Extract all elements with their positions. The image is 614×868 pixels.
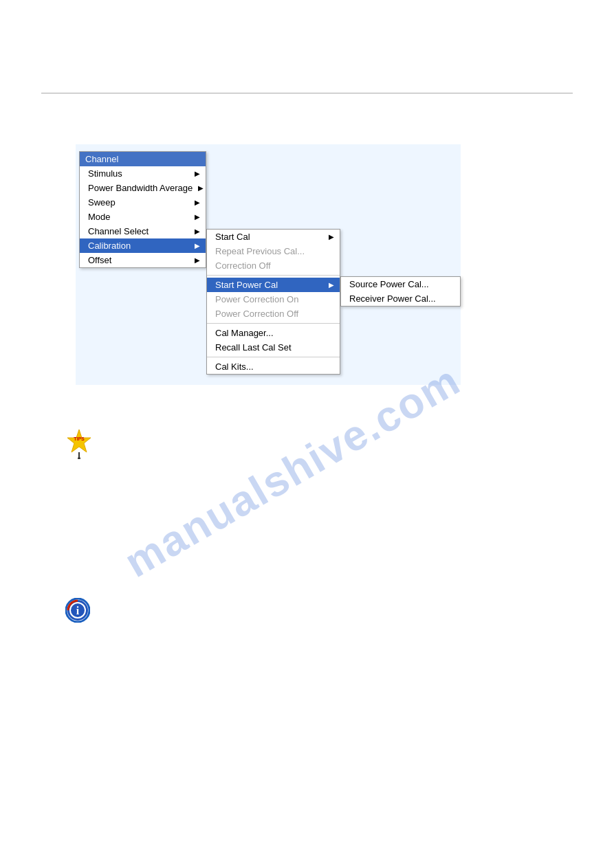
watermark: manualshive.com [116,355,468,587]
svg-text:TIPS: TIPS [74,436,85,441]
menu-item-correction-off: Correction Off [207,258,340,273]
arrow-icon: ▶ [195,213,200,221]
menu-item-power-correction-on: Power Correction On [207,292,340,307]
menu-item-mode[interactable]: Mode ▶ [80,210,206,224]
menu-system: Channel Stimulus ▶ Power Bandwidth Avera… [79,151,206,268]
svg-point-3 [78,457,80,459]
arrow-icon: ▶ [198,184,204,192]
calibration-submenu: Start Cal ▶ Repeat Previous Cal... Corre… [206,229,340,375]
channel-menu-header[interactable]: Channel [80,152,206,166]
menu-item-start-power-cal[interactable]: Start Power Cal ▶ [207,278,340,292]
divider [207,323,340,324]
divider [207,275,340,276]
info-icon: i [65,598,90,623]
menu-item-power-correction-off: Power Correction Off [207,307,340,321]
menu-item-repeat-cal: Repeat Previous Cal... [207,244,340,258]
arrow-icon: ▶ [195,256,200,264]
arrow-icon: ▶ [195,227,200,235]
menu-item-recall-last-cal[interactable]: Recall Last Cal Set [207,340,340,355]
arrow-icon: ▶ [329,281,334,289]
arrow-icon: ▶ [329,233,334,241]
menu-item-receiver-power-cal[interactable]: Receiver Power Cal... [341,291,460,306]
menu-item-stimulus[interactable]: Stimulus ▶ [80,166,206,181]
arrow-icon: ▶ [195,170,200,177]
menu-item-source-power-cal[interactable]: Source Power Cal... [341,277,460,291]
menu-item-offset[interactable]: Offset ▶ [80,253,206,267]
arrow-icon: ▶ [195,199,200,206]
channel-menu: Channel Stimulus ▶ Power Bandwidth Avera… [79,151,206,268]
menu-item-sweep[interactable]: Sweep ▶ [80,195,206,210]
menu-item-power-bandwidth[interactable]: Power Bandwidth Average ▶ [80,181,206,195]
menu-item-calibration[interactable]: Calibration ▶ [80,238,206,253]
svg-text:i: i [76,605,80,616]
arrow-icon: ▶ [195,242,200,249]
menu-item-channel-select[interactable]: Channel Select ▶ [80,224,206,238]
menu-item-start-cal[interactable]: Start Cal ▶ [207,230,340,244]
top-rule [41,93,573,93]
menu-item-cal-kits[interactable]: Cal Kits... [207,359,340,374]
menu-item-cal-manager[interactable]: Cal Manager... [207,326,340,340]
divider [207,357,340,357]
start-power-cal-submenu: Source Power Cal... Receiver Power Cal..… [340,276,461,307]
tips-icon: TIPS [65,428,93,459]
